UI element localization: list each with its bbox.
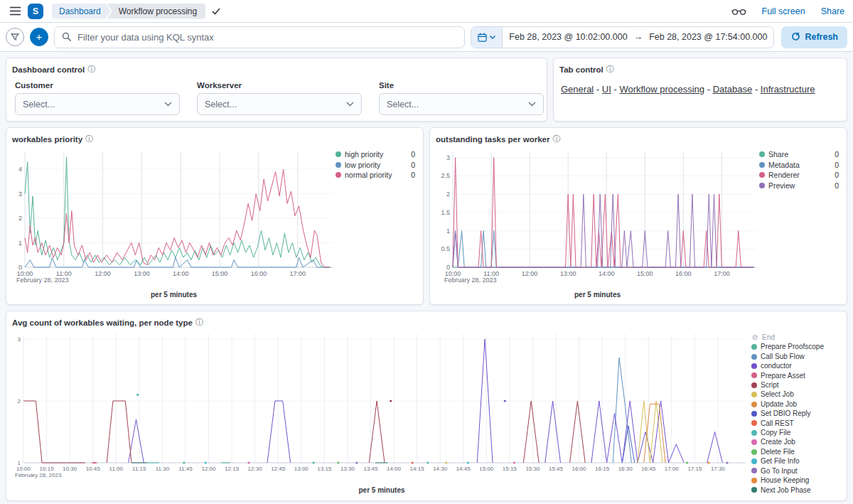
customer-select[interactable]: Select... [15, 93, 180, 115]
legend-item[interactable]: Next Job Phase [751, 486, 842, 495]
panel-outstanding-tasks: outstanding tasks per worker ⓘ 00.511.52… [429, 127, 847, 305]
legend-dot [751, 363, 757, 369]
info-icon[interactable]: ⓘ [87, 64, 95, 75]
legend-label: Share [768, 149, 788, 160]
share-button[interactable]: Share [821, 6, 844, 16]
svg-text:15:00: 15:00 [479, 466, 494, 472]
legend-item[interactable]: low priority0 [336, 160, 415, 171]
legend-label: Renderer [768, 170, 800, 181]
legend-item[interactable]: Go To Input [751, 466, 842, 476]
legend-item[interactable]: Script [751, 380, 842, 390]
legend-dot [759, 151, 765, 157]
svg-text:17:00: 17:00 [714, 270, 730, 277]
site-select[interactable]: Select... [379, 93, 544, 115]
legend-label: conductor [761, 361, 792, 370]
saved-check-icon[interactable] [212, 8, 220, 15]
menu-button[interactable] [9, 5, 22, 17]
breadcrumb-dashboard[interactable]: Dashboard [52, 4, 111, 19]
info-icon[interactable]: ⓘ [606, 64, 614, 75]
chart-legend: ⊘EndPrepare ProofscopeCall Sub Flowcondu… [751, 333, 842, 495]
workserver-select[interactable]: Select... [197, 93, 362, 115]
legend-item[interactable]: Metadata0 [759, 160, 839, 171]
legend-item[interactable]: Copy File [751, 428, 842, 437]
legend-item[interactable]: normal priority0 [336, 170, 415, 181]
legend-item[interactable]: Get File Info [751, 456, 842, 466]
chart-legend: Share0Metadata0Renderer0Preview0 [759, 149, 839, 299]
legend-item[interactable]: Call REST [751, 419, 842, 428]
legend-dot [336, 151, 341, 157]
svg-text:17:00: 17:00 [665, 466, 680, 472]
kql-search-input[interactable] [77, 32, 457, 43]
legend-dot [751, 468, 757, 473]
info-icon[interactable]: ⓘ [195, 317, 203, 328]
legend-dot [751, 487, 757, 493]
hamburger-icon [10, 6, 21, 16]
date-range-arrow: → [634, 32, 643, 42]
tab-links: General - UI - Workflow processing - Dat… [559, 84, 841, 95]
legend-item[interactable]: conductor [751, 361, 842, 370]
legend-label: high priority [345, 149, 383, 160]
chevron-down-icon [490, 36, 495, 39]
legend-item[interactable]: Renderer0 [759, 170, 839, 181]
svg-text:13:00: 13:00 [560, 270, 576, 277]
svg-text:15:00: 15:00 [212, 270, 228, 277]
legend-item[interactable]: Select Job [751, 390, 842, 399]
svg-text:16:15: 16:15 [595, 466, 610, 472]
legend-item[interactable]: Prepare Proofscope [751, 342, 842, 351]
svg-text:10:45: 10:45 [86, 466, 101, 472]
legend-item[interactable]: Share0 [759, 149, 839, 160]
tab-link-general[interactable]: General [561, 84, 594, 95]
panel-tab-control: Tab control ⓘ General - UI - Workflow pr… [553, 58, 847, 122]
svg-text:2.5: 2.5 [441, 172, 450, 179]
legend-dot [751, 344, 757, 350]
legend-item[interactable]: ⊘End [751, 333, 842, 342]
svg-text:12:00: 12:00 [522, 270, 538, 277]
tab-link-infrastructure[interactable]: Infrastructure [761, 84, 815, 95]
calendar-icon [478, 33, 487, 42]
panel-title: workables priority [12, 135, 82, 144]
legend-item[interactable]: Set DBIO Reply [751, 409, 842, 418]
avg-workables-chart[interactable]: 12310:00February 28, 202310:1510:3010:45… [12, 330, 751, 483]
check-icon [212, 8, 220, 15]
svg-text:1.5: 1.5 [441, 209, 450, 216]
breadcrumb-current[interactable]: Workflow processing [107, 4, 205, 19]
date-from[interactable]: Feb 28, 2023 @ 10:02:00.000 [503, 32, 633, 42]
tab-link-database[interactable]: Database [713, 84, 753, 95]
x-axis-title: per 5 minutes [436, 291, 759, 299]
legend-item[interactable]: high priority0 [336, 149, 415, 160]
date-quick-select-button[interactable] [471, 27, 503, 48]
legend-item[interactable]: Delete File [751, 447, 842, 456]
full-screen-button[interactable]: Full screen [762, 6, 805, 16]
info-icon[interactable]: ⓘ [85, 134, 93, 144]
legend-item[interactable]: Create Job [751, 437, 842, 446]
add-filter-button[interactable]: + [30, 28, 48, 46]
info-icon[interactable]: ⓘ [552, 134, 560, 144]
control-group: Customer Select... Workserver Select... … [12, 81, 541, 115]
outstanding-tasks-chart[interactable]: 00.511.522.5310:00February 28, 202311:00… [436, 146, 759, 287]
control-workserver: Workserver Select... [197, 81, 362, 115]
svg-text:11:30: 11:30 [156, 466, 170, 472]
view-only-glasses-icon[interactable] [731, 7, 746, 16]
legend-label: Delete File [761, 447, 795, 456]
legend-item[interactable]: House Keeping [751, 476, 842, 485]
svg-text:10:15: 10:15 [40, 466, 55, 472]
separator: - [704, 84, 713, 95]
legend-label: low priority [345, 160, 380, 171]
filters-menu-button[interactable] [6, 28, 24, 46]
space-avatar[interactable]: S [28, 4, 43, 19]
svg-text:14:30: 14:30 [433, 466, 448, 472]
legend-dot [751, 402, 757, 407]
svg-text:16:00: 16:00 [251, 270, 267, 277]
svg-text:February 28, 2023: February 28, 2023 [15, 472, 62, 478]
tab-link-ui[interactable]: UI [602, 84, 611, 95]
refresh-button[interactable]: Refresh [781, 26, 847, 48]
legend-item[interactable]: Call Sub Flow [751, 352, 842, 361]
date-to[interactable]: Feb 28, 2023 @ 17:54:00.000 [643, 32, 773, 42]
legend-item[interactable]: Preview0 [759, 181, 839, 191]
legend-item[interactable]: Prepare Asset [751, 371, 842, 380]
legend-item[interactable]: Update Job [751, 400, 842, 409]
workables-priority-chart[interactable]: 0123410:00February 28, 202311:0012:0013:… [12, 146, 336, 287]
legend-value: 0 [835, 160, 839, 171]
tab-link-workflow-processing[interactable]: Workflow processing [619, 84, 704, 95]
legend-value: 0 [411, 160, 415, 171]
